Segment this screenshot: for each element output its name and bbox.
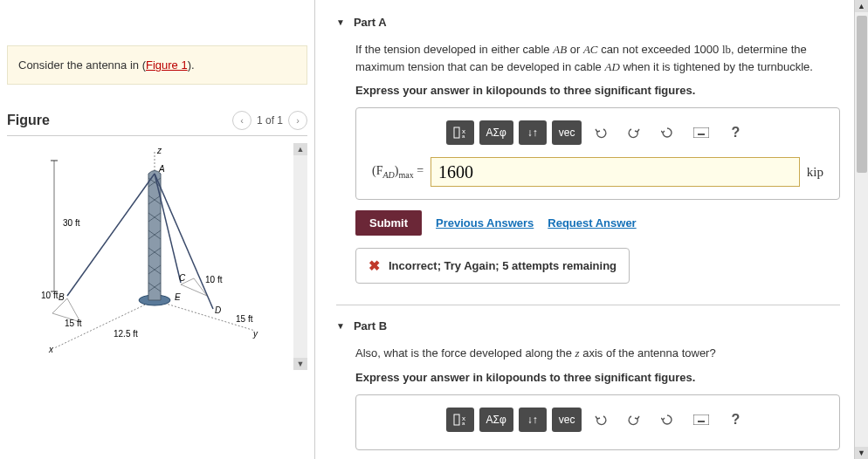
svg-text:y: y — [252, 329, 258, 339]
redo-button[interactable] — [620, 120, 648, 145]
figure-viewport: z x y A B C D E 30 ft 10 ft 10 ft 15 ft … — [7, 143, 307, 370]
collapse-icon[interactable]: ▼ — [336, 17, 345, 27]
equation-toolbar: xa ΑΣφ ↓↑ vec ? — [372, 408, 823, 432]
svg-text:15 ft: 15 ft — [236, 314, 253, 324]
reset-button[interactable] — [653, 408, 681, 432]
incorrect-icon: ✖ — [369, 257, 380, 274]
template-tool-button[interactable]: xa — [446, 120, 474, 145]
figure-scrollbar[interactable]: ▲ ▼ — [293, 143, 307, 370]
svg-text:B: B — [59, 292, 65, 302]
keyboard-button[interactable] — [686, 120, 716, 145]
page-scrollbar[interactable]: ▲ ▼ — [854, 0, 868, 459]
svg-rect-24 — [454, 127, 459, 138]
submit-button[interactable]: Submit — [355, 210, 422, 236]
help-button[interactable]: ? — [721, 408, 749, 432]
svg-text:12.5 ft: 12.5 ft — [114, 329, 138, 339]
greek-tool-button[interactable]: ΑΣφ — [479, 408, 513, 432]
figure-pager: ‹ 1 of 1 › — [232, 111, 307, 130]
template-tool-button[interactable]: xa — [446, 408, 474, 432]
reset-button[interactable] — [653, 120, 681, 145]
subscript-tool-button[interactable]: ↓↑ — [519, 120, 547, 145]
figure-title: Figure — [7, 113, 50, 128]
svg-text:30 ft: 30 ft — [63, 218, 80, 228]
undo-button[interactable] — [587, 120, 615, 145]
greek-tool-button[interactable]: ΑΣφ — [479, 120, 513, 145]
undo-button[interactable] — [587, 408, 615, 432]
vec-tool-button[interactable]: vec — [552, 120, 582, 145]
section-divider — [336, 305, 840, 305]
keyboard-button[interactable] — [686, 408, 716, 432]
figure-next-button[interactable]: › — [288, 111, 307, 130]
antenna-diagram: z x y A B C D E 30 ft 10 ft 10 ft 15 ft … — [19, 143, 281, 361]
part-b-section: ▼ Part B Also, what is the force develop… — [336, 311, 840, 450]
svg-text:15 ft: 15 ft — [65, 319, 82, 328]
part-b-question: Also, what is the force developed along … — [355, 345, 840, 362]
unit-label: kip — [807, 165, 823, 180]
svg-text:z: z — [156, 146, 162, 155]
request-answer-link[interactable]: Request Answer — [548, 216, 636, 230]
feedback-message: ✖ Incorrect; Try Again; 5 attempts remai… — [355, 248, 630, 284]
previous-answers-link[interactable]: Previous Answers — [436, 216, 534, 230]
part-a-question: If the tension developed in either cable… — [355, 41, 840, 75]
svg-text:10 ft: 10 ft — [41, 291, 59, 300]
svg-rect-37 — [693, 414, 709, 425]
svg-text:C: C — [179, 273, 186, 283]
svg-line-6 — [155, 174, 213, 309]
svg-text:E: E — [175, 292, 181, 302]
problem-prompt: Consider the antenna in (Figure 1). — [7, 45, 307, 85]
vec-tool-button[interactable]: vec — [552, 408, 582, 432]
part-a-instruction: Express your answer in kilopounds to thr… — [355, 84, 840, 97]
part-b-instruction: Express your answer in kilopounds to thr… — [355, 371, 840, 384]
redo-button[interactable] — [620, 408, 648, 432]
svg-rect-27 — [693, 127, 709, 138]
svg-text:D: D — [215, 305, 221, 315]
figure-prev-button[interactable]: ‹ — [232, 111, 251, 130]
equation-toolbar: xa ΑΣφ ↓↑ vec ? — [372, 120, 823, 145]
part-a-title: Part A — [354, 16, 387, 29]
svg-line-4 — [67, 174, 155, 296]
collapse-icon[interactable]: ▼ — [336, 321, 345, 331]
part-a-section: ▼ Part A If the tension developed in eit… — [336, 7, 840, 284]
figure-link[interactable]: Figure 1 — [146, 58, 188, 72]
part-b-title: Part B — [354, 319, 387, 332]
answer-variable-label: (FAD)max = — [372, 164, 424, 180]
subscript-tool-button[interactable]: ↓↑ — [519, 408, 547, 432]
part-a-answer-input[interactable] — [431, 157, 800, 187]
part-b-answer-box: xa ΑΣφ ↓↑ vec ? — [355, 394, 840, 450]
part-a-answer-box: xa ΑΣφ ↓↑ vec ? (FAD)max = — [355, 107, 840, 200]
svg-text:A: A — [158, 164, 165, 174]
help-button[interactable]: ? — [721, 120, 749, 145]
svg-text:x: x — [48, 345, 54, 354]
svg-text:10 ft: 10 ft — [205, 275, 223, 284]
svg-rect-34 — [454, 414, 459, 425]
